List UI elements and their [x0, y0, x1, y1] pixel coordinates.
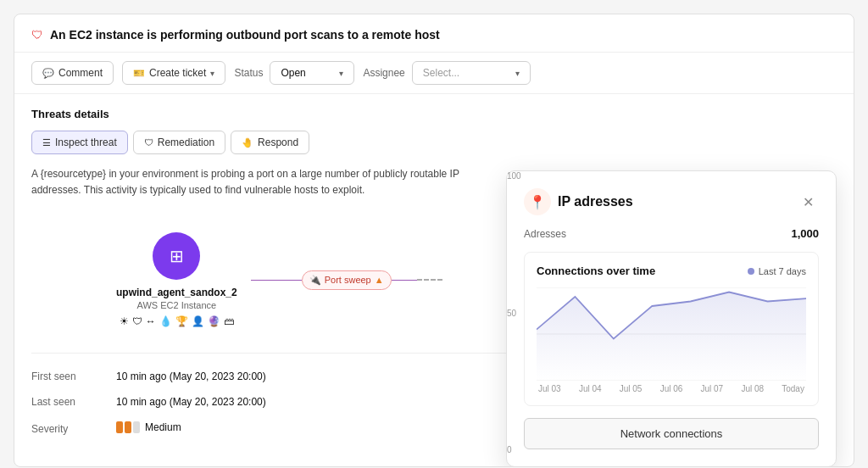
list-icon: ☰ — [42, 137, 51, 148]
assignee-chevron-icon: ▾ — [515, 69, 520, 78]
ip-addresses-popup: 📍 IP adresses ✕ Adresses 1,000 Connectio… — [506, 170, 837, 467]
legend-dot — [748, 268, 754, 275]
connection-line-left — [251, 280, 302, 281]
first-seen-label: First seen — [31, 370, 116, 382]
remediation-icon: 🛡 — [144, 137, 153, 148]
network-connections-button[interactable]: Network connections — [524, 418, 819, 449]
popup-title: IP adresses — [558, 194, 633, 209]
comment-label: Comment — [58, 67, 103, 79]
comment-icon: 💬 — [42, 68, 54, 79]
last-seen-value: 10 min ago (May 20, 2023 20:00) — [116, 396, 266, 408]
shield-icon: 🛡 — [31, 28, 43, 42]
status-label: Status — [234, 67, 263, 79]
severity-text: Medium — [145, 421, 181, 433]
title-bar: 🛡 An EC2 instance is performing outbound… — [14, 14, 854, 53]
popup-header: 📍 IP adresses ✕ — [524, 188, 819, 215]
network-icon: ⊞ — [170, 246, 184, 266]
assignee-label: Assignee — [363, 67, 404, 79]
last-seen-label: Last seen — [31, 396, 116, 408]
connection-line-right — [392, 279, 442, 281]
chart-svg-area — [537, 287, 806, 381]
close-button[interactable]: ✕ — [798, 192, 819, 212]
status-group: Status Open ▾ — [234, 61, 354, 85]
severity-dot-1 — [116, 421, 123, 433]
ec2-node: ⊞ upwind_agent_sandox_2 AWS EC2 Instance… — [116, 232, 237, 327]
connection-group: 🔌 Port sweep ▲ — [251, 270, 442, 290]
solid-line — [392, 280, 417, 281]
status-value: Open — [281, 67, 305, 79]
status-chevron-icon: ▾ — [339, 69, 343, 78]
addresses-value: 1,000 — [791, 227, 819, 240]
legend-label: Last 7 days — [759, 266, 806, 276]
location-icon: 📍 — [524, 188, 551, 215]
status-select[interactable]: Open ▾ — [270, 61, 354, 85]
toolbar: 💬 Comment 🎫 Create ticket ▾ Status Open … — [14, 53, 854, 94]
severity-dots — [116, 421, 140, 433]
severity-dot-3 — [133, 421, 140, 433]
port-icon: 🔌 — [309, 275, 321, 286]
main-container: 🛡 An EC2 instance is performing outbound… — [14, 14, 854, 467]
chevron-down-icon: ▾ — [210, 69, 214, 78]
node-icon-bar: ☀ 🛡 ↔ 💧 🏆 👤 🔮 🗃 — [120, 315, 234, 327]
chart-legend: Last 7 days — [748, 266, 806, 276]
chart-x-labels: Jul 03 Jul 04 Jul 05 Jul 06 Jul 07 Jul 0… — [537, 384, 806, 393]
content-area: Threats details ☰ Inspect threat 🛡 Remed… — [14, 94, 854, 466]
tab-respond-label: Respond — [258, 136, 298, 148]
chart-title: Connections over time — [537, 265, 655, 277]
chart-container: Connections over time Last 7 days 100 50… — [524, 252, 819, 406]
chart-y-labels: 100 50 0 — [507, 171, 521, 466]
create-ticket-button[interactable]: 🎫 Create ticket ▾ — [122, 61, 225, 85]
popup-title-group: 📍 IP adresses — [524, 188, 633, 215]
node-icon: ⊞ — [153, 232, 200, 280]
chart-area-fill — [537, 292, 806, 382]
dashed-line — [417, 279, 442, 281]
severity-bar: Medium — [116, 421, 181, 433]
tab-inspect-threat[interactable]: ☰ Inspect threat — [31, 131, 128, 154]
page-title: An EC2 instance is performing outbound p… — [50, 28, 440, 42]
first-seen-value: 10 min ago (May 20, 2023 20:00) — [116, 370, 266, 382]
ticket-icon: 🎫 — [133, 68, 145, 79]
tab-respond[interactable]: 🤚 Respond — [231, 131, 309, 154]
port-sweep-label: Port sweep — [325, 275, 371, 285]
assignee-placeholder: Select... — [423, 67, 459, 79]
severity-label: Severity — [31, 423, 116, 435]
line-chart — [537, 287, 806, 381]
chart-header: Connections over time Last 7 days — [537, 265, 806, 277]
popup-stat-row: Adresses 1,000 — [524, 227, 819, 240]
tab-remediation[interactable]: 🛡 Remediation — [133, 131, 225, 154]
respond-icon: 🤚 — [242, 137, 253, 148]
node-label: upwind_agent_sandox_2 — [116, 287, 237, 298]
addresses-label: Adresses — [524, 228, 566, 240]
node-sublabel: AWS EC2 Instance — [136, 300, 216, 310]
threats-section-title: Threats details — [31, 108, 837, 120]
severity-dot-2 — [125, 421, 131, 433]
tab-bar: ☰ Inspect threat 🛡 Remediation 🤚 Respond — [31, 131, 837, 154]
severity-value: Medium — [116, 421, 181, 436]
description-text: A {resourcetype} in your environment is … — [31, 166, 472, 198]
tab-inspect-label: Inspect threat — [55, 136, 117, 148]
chart-body: 100 50 0 — [537, 287, 806, 393]
tab-remediation-label: Remediation — [158, 136, 214, 148]
comment-button[interactable]: 💬 Comment — [31, 61, 114, 85]
chart-plot-area: Jul 03 Jul 04 Jul 05 Jul 06 Jul 07 Jul 0… — [537, 287, 806, 393]
port-sweep-badge[interactable]: 🔌 Port sweep ▲ — [302, 270, 392, 290]
assignee-select[interactable]: Select... ▾ — [412, 61, 531, 85]
warning-icon: ▲ — [375, 275, 384, 285]
assignee-group: Assignee Select... ▾ — [363, 61, 530, 85]
create-ticket-label: Create ticket — [149, 67, 206, 79]
